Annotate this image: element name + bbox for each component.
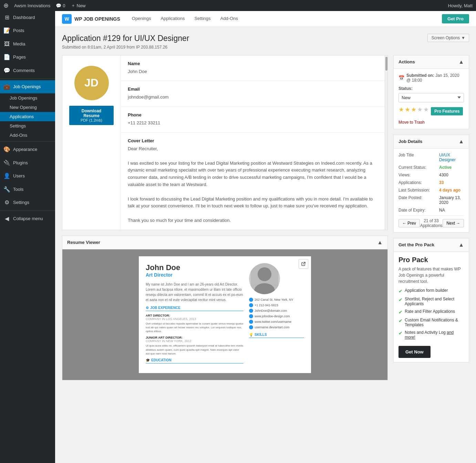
next-application-button[interactable]: Next → [443,219,464,227]
pro-feature-1: ✔ Application form builder [399,288,464,294]
pro-pack-description: A pack of features that makes WP Job Ope… [399,266,464,285]
page-title: Application #129 for UI/UX Designer [62,34,189,43]
resume-photo [249,263,280,294]
sidebar-item-pages[interactable]: 📄 Pages [0,51,55,64]
new-content-link[interactable]: ＋ New [71,2,86,9]
plugin-header: W WP JOB OPENINGS Openings Applications … [55,11,476,27]
resume-job-2: JUNIOR ART DIRECTOR: COMPANY IN NEW YORK… [146,336,244,356]
pro-pack-body: Pro Pack A pack of features that makes W… [394,252,469,362]
nav-openings[interactable]: Openings [127,11,156,27]
actions-panel-header: Actions ▲ [394,55,469,69]
sidebar-item-plugins[interactable]: 🔌 Plugins [0,156,55,169]
resume-contact-phone: +1 212-941-5823 [249,303,304,307]
nav-add-ons[interactable]: Add-Ons [216,11,243,27]
plugin-nav: Openings Applications Settings Add-Ons [127,11,243,27]
left-arrow-icon: ← [402,221,406,226]
pro-pack-toggle[interactable]: ▲ [458,242,464,248]
side-column: Actions ▲ 📅 Submitted on: Jan 15, 2020 @… [393,55,469,368]
sidebar-sub-job-openings[interactable]: Job Openings [0,93,55,103]
main-column: JD Download Resume PDF (1.2mb) N [62,55,388,380]
calendar-icon: 📅 [399,75,404,81]
resume-contact-email: JohnDoe@domain.com [249,309,304,313]
settings-icon: ⚙ [3,199,10,206]
resume-viewer-card: Resume Viewer ▲ [62,236,388,380]
wp-logo-icon: ⊕ [3,2,9,9]
check-icon-3: ✔ [399,309,403,315]
resume-position: Art Director [146,272,244,278]
get-pro-button[interactable]: Get Pro [442,14,469,23]
appearance-icon: 🎨 [3,146,10,153]
actions-panel-body: 📅 Submitted on: Jan 15, 2020 @ 18:00 Sta… [394,69,469,129]
star-4[interactable]: ★ [417,106,423,113]
site-name[interactable]: Awsm Innovations [14,3,50,8]
resume-contact-twitter: www.twitter.com/username [249,320,304,324]
main-content: W WP JOB OPENINGS Openings Applications … [55,11,476,463]
field-name: Name John Doe [121,55,385,81]
sidebar-item-appearance[interactable]: 🎨 Appearance [0,143,55,156]
sidebar-item-users[interactable]: 👤 Users [0,169,55,183]
pro-features-button[interactable]: Pro Features [431,107,463,115]
dashboard-icon: ⊞ [3,14,10,21]
resume-viewer-toggle[interactable]: ▲ [377,239,383,246]
status-select[interactable]: New Under Review Shortlisted Rejected Se… [399,93,464,102]
resume-job-1: ART DIRECTOR: COMPANY IN LOS ANGELES, 20… [146,314,244,333]
sidebar-item-dashboard[interactable]: ⊞ Dashboard [0,11,55,24]
download-resume-button[interactable]: Download Resume PDF (1.2mb) [69,106,114,125]
application-fields: Name John Doe Email johndoe@gmail.com Ph… [121,55,385,230]
job-details-toggle[interactable]: ▲ [458,138,464,145]
avatar-column: JD Download Resume PDF (1.2mb) [62,55,121,230]
check-icon-5: ✔ [399,330,403,336]
pro-feature-3: ✔ Rate and Filter Applications [399,309,464,315]
sidebar-item-tools[interactable]: 🔧 Tools [0,183,55,196]
sidebar-sub-new-opening[interactable]: New Opening [0,103,55,112]
check-icon-1: ✔ [399,288,403,294]
sidebar-item-job-openings[interactable]: 💼 Job Openings [0,80,55,93]
screen-options-button[interactable]: Screen Options ▼ [427,34,469,42]
resume-viewer-title: Resume Viewer [67,240,100,245]
field-email: Email johndoe@gmail.com [121,81,385,107]
field-phone: Phone +11 2212 33211 [121,107,385,133]
star-2[interactable]: ★ [405,106,410,113]
tools-icon: 🔧 [3,186,10,193]
plugin-logo-icon: W [62,14,72,24]
sidebar-sub-add-ons[interactable]: Add-Ons [0,131,55,140]
actions-panel: Actions ▲ 📅 Submitted on: Jan 15, 2020 @… [393,55,469,129]
job-detail-status: Current Status: Active [399,165,464,170]
pagination-info: 21 of 33Applications [420,218,443,228]
right-arrow-icon: → [456,221,460,226]
pro-pack-panel: Get the Pro Pack ▲ Pro Pack A pack of fe… [393,238,469,362]
sidebar-sub-settings[interactable]: Settings [0,121,55,131]
sidebar-item-settings[interactable]: ⚙ Settings [0,196,55,209]
sidebar-item-posts[interactable]: 📝 Posts [0,24,55,37]
sidebar-collapse-menu[interactable]: ◀ Collapse menu [0,212,55,225]
prev-application-button[interactable]: ← Prev [399,219,420,227]
pro-feature-4: ✔ Custom Email Notifications & Templates [399,318,464,327]
collapse-icon: ◀ [3,215,10,223]
sidebar-item-comments[interactable]: 💬 Comments [0,64,55,77]
sidebar-sub-applications[interactable]: Applications [0,112,55,121]
status-label: Status: [399,86,464,91]
comment-icon: 💬 [56,3,61,8]
and-more-link[interactable]: and more! [405,330,454,340]
job-detail-last-submission: Last Submission: 4 days ago [399,188,464,193]
star-3[interactable]: ★ [411,106,416,113]
get-now-button[interactable]: Get Now [399,346,431,358]
nav-applications[interactable]: Applications [156,11,189,27]
job-detail-title: Job Title UI/UX Designer [399,153,464,162]
actions-panel-toggle[interactable]: ▲ [458,59,464,65]
nav-settings[interactable]: Settings [190,11,216,27]
resume-viewer-header: Resume Viewer ▲ [62,236,387,249]
sidebar: ⊞ Dashboard 📝 Posts 🖼 Media 📄 Pages 💬 Co… [0,11,55,463]
application-pagination: ← Prev 21 of 33Applications Next → [399,215,464,228]
page-subtitle: Submitted on 8:01am, 2 April 2019 from I… [62,45,189,50]
star-5[interactable]: ★ [423,106,429,113]
resume-contact-address: 262 Canal St, New York, NY [249,298,304,302]
resume-external-link-icon[interactable] [299,259,308,269]
move-to-trash-link[interactable]: Move to Trash [399,120,425,125]
comments-icon: 💬 [3,67,10,74]
job-openings-icon: 💼 [3,83,10,91]
scrollbar[interactable] [385,55,387,230]
star-1[interactable]: ★ [399,106,404,113]
comments-link[interactable]: 💬 0 [56,3,65,8]
sidebar-item-media[interactable]: 🖼 Media [0,38,55,51]
